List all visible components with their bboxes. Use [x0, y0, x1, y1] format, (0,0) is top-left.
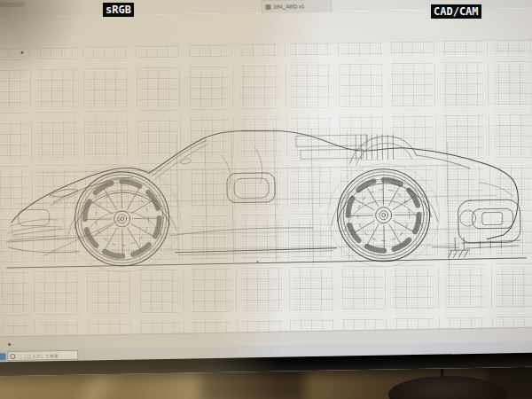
- document-icon: [265, 4, 270, 10]
- titlebar-menu-area: [0, 3, 25, 8]
- photo-of-monitor: 984_4WD v1: [0, 0, 532, 399]
- search-icon: [10, 353, 15, 358]
- document-tab[interactable]: 984_4WD v1: [261, 0, 332, 13]
- color-mode-label-cadcam: CAD/CAM: [431, 4, 481, 19]
- start-button[interactable]: [0, 353, 5, 360]
- document-tab-label: 984_4WD v1: [273, 4, 304, 10]
- monitor-screen: 984_4WD v1: [0, 0, 532, 376]
- timeline-marker-dot: [8, 343, 11, 346]
- design-canvas[interactable]: [0, 40, 532, 336]
- taskbar-search[interactable]: [7, 350, 78, 361]
- search-input[interactable]: [16, 352, 77, 358]
- car-wireframe-sketch: [0, 40, 532, 336]
- color-mode-label-srgb: sRGB: [103, 3, 134, 17]
